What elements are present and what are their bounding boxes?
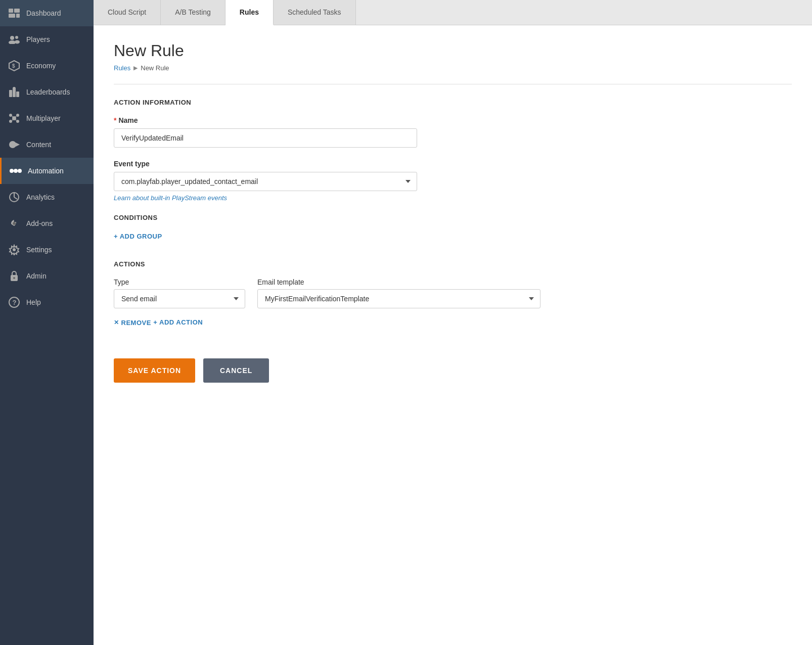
leaderboards-icon xyxy=(8,86,20,98)
svg-text:?: ? xyxy=(13,299,17,306)
svg-point-18 xyxy=(16,120,19,123)
players-icon xyxy=(8,33,20,45)
action-type-label: Type xyxy=(114,278,245,286)
tab-cloud-script[interactable]: Cloud Script xyxy=(94,0,161,25)
content-area: New Rule Rules ▶ New Rule ACTION INFORMA… xyxy=(94,25,812,645)
svg-line-21 xyxy=(12,119,13,120)
event-type-label: Event type xyxy=(114,160,792,168)
svg-point-4 xyxy=(10,36,14,40)
sidebar-item-dashboard[interactable]: Dashboard xyxy=(0,0,94,26)
action-type-field: Type Send email xyxy=(114,278,245,308)
sidebar-item-settings[interactable]: Settings xyxy=(0,237,94,263)
breadcrumb: Rules ▶ New Rule xyxy=(114,64,792,72)
sidebar-item-addons[interactable]: Add-ons xyxy=(0,210,94,237)
name-input[interactable] xyxy=(114,128,417,148)
svg-point-25 xyxy=(10,169,14,173)
page-title: New Rule xyxy=(114,41,792,60)
add-group-button[interactable]: + ADD GROUP xyxy=(114,233,162,240)
content-icon xyxy=(8,139,20,151)
breadcrumb-current: New Rule xyxy=(141,64,169,72)
action-information-section: ACTION INFORMATION * Name Event type com… xyxy=(114,99,792,202)
name-field-group: * Name xyxy=(114,116,792,148)
svg-rect-2 xyxy=(9,14,15,18)
admin-icon xyxy=(8,270,20,282)
tab-scheduled-tasks[interactable]: Scheduled Tasks xyxy=(274,0,356,25)
svg-marker-24 xyxy=(16,143,20,147)
sidebar: Dashboard Players $ Economy xyxy=(0,0,94,645)
svg-point-17 xyxy=(9,120,12,123)
svg-text:$: $ xyxy=(12,63,15,69)
svg-rect-1 xyxy=(14,9,20,13)
add-action-button[interactable]: + ADD ACTION xyxy=(153,318,203,326)
svg-point-15 xyxy=(9,114,12,117)
settings-icon xyxy=(8,244,20,256)
save-action-button[interactable]: SAVE ACTION xyxy=(114,358,195,383)
svg-rect-10 xyxy=(9,90,12,97)
required-star: * xyxy=(114,116,116,124)
svg-line-20 xyxy=(15,116,16,117)
sidebar-label-players: Players xyxy=(26,35,50,43)
analytics-icon xyxy=(8,191,20,203)
sidebar-item-admin[interactable]: Admin xyxy=(0,263,94,289)
sidebar-label-economy: Economy xyxy=(26,62,56,70)
sidebar-label-addons: Add-ons xyxy=(26,219,53,227)
svg-point-23 xyxy=(9,141,16,148)
section-divider xyxy=(114,84,792,84)
action-row: Type Send email Email template MyFirstEm… xyxy=(114,278,792,308)
sidebar-item-analytics[interactable]: Analytics xyxy=(0,184,94,210)
svg-point-27 xyxy=(18,169,22,173)
sidebar-label-dashboard: Dashboard xyxy=(26,9,61,17)
event-type-field-group: Event type com.playfab.player_updated_co… xyxy=(114,160,792,202)
actions-title: ACTIONS xyxy=(114,260,792,268)
svg-rect-12 xyxy=(16,91,19,97)
svg-point-7 xyxy=(15,40,20,44)
breadcrumb-parent-link[interactable]: Rules xyxy=(114,64,130,72)
svg-rect-11 xyxy=(13,87,16,97)
sidebar-item-players[interactable]: Players xyxy=(0,26,94,53)
sidebar-item-economy[interactable]: $ Economy xyxy=(0,53,94,79)
multiplayer-icon xyxy=(8,112,20,124)
sidebar-label-automation: Automation xyxy=(28,167,64,175)
conditions-section: CONDITIONS + ADD GROUP xyxy=(114,214,792,244)
sidebar-label-help: Help xyxy=(26,298,41,306)
conditions-title: CONDITIONS xyxy=(114,214,792,221)
action-information-title: ACTION INFORMATION xyxy=(114,99,792,106)
svg-point-5 xyxy=(15,36,18,39)
button-row: SAVE ACTION CANCEL xyxy=(114,358,792,383)
tab-ab-testing[interactable]: A/B Testing xyxy=(161,0,225,25)
main-content: Cloud Script A/B Testing Rules Scheduled… xyxy=(94,0,812,645)
svg-line-19 xyxy=(12,116,13,117)
sidebar-item-leaderboards[interactable]: Leaderboards xyxy=(0,79,94,105)
learn-playstream-link[interactable]: Learn about built-in PlayStream events xyxy=(114,194,792,202)
remove-x-icon: ✕ xyxy=(114,319,119,326)
sidebar-label-settings: Settings xyxy=(26,246,52,254)
sidebar-label-analytics: Analytics xyxy=(26,193,55,201)
economy-icon: $ xyxy=(8,60,20,72)
svg-point-26 xyxy=(14,169,18,173)
sidebar-item-automation[interactable]: Automation xyxy=(0,158,94,184)
svg-point-16 xyxy=(16,114,19,117)
sidebar-item-content[interactable]: Content xyxy=(0,131,94,158)
sidebar-item-help[interactable]: ? Help xyxy=(0,289,94,315)
remove-button[interactable]: ✕ REMOVE xyxy=(114,319,151,327)
sidebar-label-admin: Admin xyxy=(26,272,47,280)
svg-point-6 xyxy=(9,40,16,44)
tab-rules[interactable]: Rules xyxy=(225,0,274,25)
email-template-field: Email template MyFirstEmailVerificationT… xyxy=(257,278,540,308)
breadcrumb-separator: ▶ xyxy=(133,65,138,71)
automation-icon xyxy=(10,165,22,177)
svg-point-30 xyxy=(13,248,16,251)
sidebar-item-multiplayer[interactable]: Multiplayer xyxy=(0,105,94,131)
email-template-select[interactable]: MyFirstEmailVerificationTemplate xyxy=(257,289,540,308)
action-type-select[interactable]: Send email xyxy=(114,289,245,308)
event-type-select[interactable]: com.playfab.player_updated_contact_email xyxy=(114,172,417,191)
svg-point-29 xyxy=(13,222,16,225)
dashboard-icon xyxy=(8,7,20,19)
sidebar-label-content: Content xyxy=(26,141,51,149)
cancel-button[interactable]: CANCEL xyxy=(203,358,269,383)
svg-point-32 xyxy=(13,277,15,279)
actions-section: ACTIONS Type Send email Email template M… xyxy=(114,260,792,342)
addons-icon xyxy=(8,217,20,229)
svg-rect-0 xyxy=(9,9,13,13)
sidebar-label-leaderboards: Leaderboards xyxy=(26,88,70,96)
